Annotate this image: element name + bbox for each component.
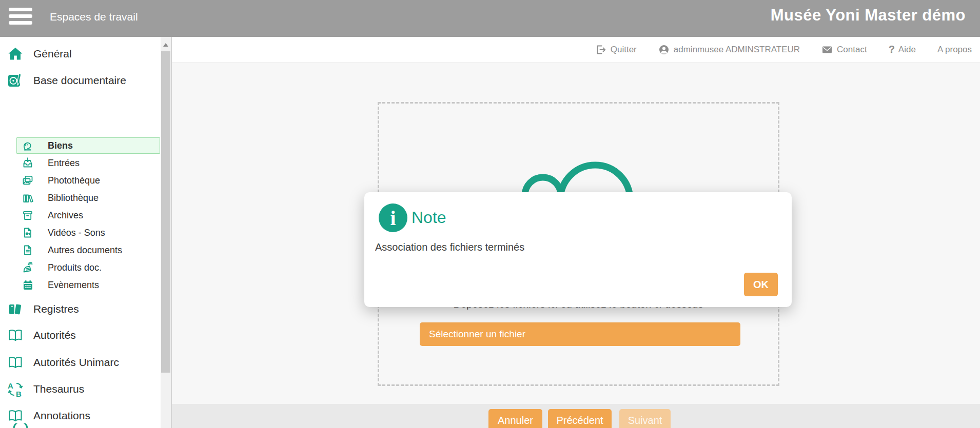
sidebar-item-archives[interactable]: Archives [22,207,83,224]
sidebar-item-label: Photothèque [48,175,100,186]
sidebar-item-base-documentaire[interactable]: Base documentaire [7,70,126,91]
library-books-icon [22,192,34,204]
sidebar-item-label: Evènements [48,280,99,291]
video-document-icon [22,227,34,239]
contact-link[interactable]: Contact [821,44,867,55]
cancel-button[interactable]: Annuler [488,409,542,428]
sidebar-item-label: Entrées [48,158,80,169]
sidebar-item-label: Annotations [33,410,90,422]
select-file-button[interactable]: Sélectionner un fichier [420,322,740,346]
archive-box-icon [22,209,34,221]
sidebar-item-label: Autorités Unimarc [33,356,119,369]
help-link[interactable]: ? Aide [889,44,916,55]
sidebar-item-evenements[interactable]: Evènements [22,276,99,294]
about-label: A propos [937,45,972,55]
produced-docs-icon [22,261,34,274]
scroll-up-icon[interactable] [163,43,168,47]
svg-text:i: i [390,207,396,230]
quit-label: Quitter [611,45,637,55]
calendar-icon [22,279,34,291]
document-lines-icon [22,244,34,256]
sidebar-item-annotations[interactable]: Annotations [7,405,90,426]
open-book-icon [7,327,24,343]
sidebar-scrollbar[interactable] [161,37,171,428]
dialog-message: Association des fichiers terminés [375,241,524,253]
artifact-icon [22,139,34,152]
sidebar-item-autres-documents[interactable]: Autres documents [22,241,122,259]
envelope-icon [821,44,833,55]
info-icon: i [379,203,407,232]
open-book-icon [7,407,24,424]
dialog-title: Note [411,208,446,227]
quit-link[interactable]: Quitter [595,44,637,55]
sidebar-item-label: Produits doc. [48,262,102,273]
sidebar-item-thesaurus[interactable]: A B Thesaurus [7,379,84,399]
sidebar-item-label: Autorités [33,329,76,341]
open-book-icon [7,354,24,371]
sidebar-item-autorites[interactable]: Autorités [7,325,76,345]
note-dialog: i Note Association des fichiers terminés… [364,192,792,307]
sidebar-item-autorites-unimarc[interactable]: Autorités Unimarc [7,352,119,373]
ok-button[interactable]: OK [744,273,778,296]
next-button-disabled[interactable]: Suivant [619,409,671,428]
sidebar-item-label: Base documentaire [33,74,126,87]
logout-icon [595,44,606,55]
photo-stack-icon [22,174,34,187]
sidebar-item-entrees[interactable]: Entrées [22,154,80,172]
question-icon: ? [889,44,895,55]
account-bar: Quitter adminmusee ADMINSTRATEUR Contact… [172,37,980,63]
sidebar-item-partial-icon [11,423,30,428]
sidebar-item-label: Biens [48,140,73,151]
app-title: Musée Yoni Master démo [771,6,966,25]
sidebar-item-label: Archives [48,210,83,221]
sidebar-item-label: Registres [33,303,79,315]
sidebar-item-bibliotheque[interactable]: Bibliothèque [22,189,99,207]
sidebar-item-label: Autres documents [48,245,122,256]
sidebar-item-produits-doc[interactable]: Produits doc. [22,259,102,276]
translate-ab-icon: A B [7,381,24,397]
user-account[interactable]: adminmusee ADMINSTRATEUR [658,44,800,55]
top-bar: Espaces de travail Musée Yoni Master dém… [0,0,980,37]
help-label: Aide [898,45,916,55]
sidebar-item-label: Vidéos - Sons [48,228,105,238]
sidebar-item-label: Bibliothèque [48,193,99,203]
sidebar-divider [171,37,172,428]
workspace-label: Espaces de travail [50,11,138,23]
user-label: adminmusee ADMINSTRATEUR [674,45,800,55]
documentary-base-icon [7,72,24,89]
sidebar-item-label: Thesaurus [33,383,84,395]
inbox-in-icon [22,157,34,169]
registers-books-icon [7,301,24,317]
user-icon [658,44,670,55]
sidebar: Général Base documentaire [0,37,161,428]
svg-text:A: A [8,381,13,390]
contact-label: Contact [837,45,867,55]
previous-button[interactable]: Précédent [548,409,612,428]
sidebar-item-videos-sons[interactable]: Vidéos - Sons [22,224,105,241]
app-window: Espaces de travail Musée Yoni Master dém… [0,0,980,428]
sidebar-item-phototheque[interactable]: Photothèque [22,172,100,189]
sidebar-item-general[interactable]: Général [7,44,72,64]
svg-text:B: B [16,390,22,397]
sidebar-item-label: Général [33,48,72,60]
about-link[interactable]: A propos [937,45,972,55]
hamburger-menu-icon[interactable] [9,8,32,25]
sidebar-item-registres[interactable]: Registres [7,299,79,319]
home-icon [7,46,24,62]
sidebar-item-biens[interactable]: Biens [16,137,160,154]
scrollbar-thumb[interactable] [161,51,170,373]
